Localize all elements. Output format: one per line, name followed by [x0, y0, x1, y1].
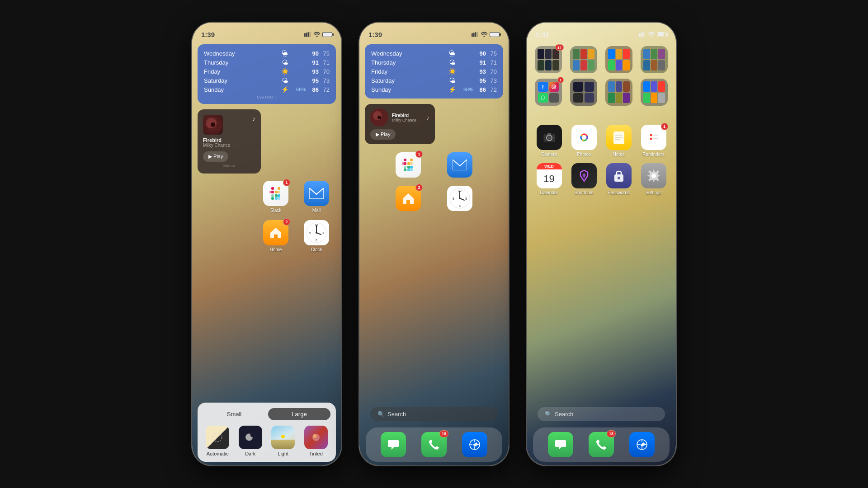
svg-point-6 [206, 117, 217, 128]
theme-dark[interactable]: Dark [236, 426, 265, 456]
music-widget-1[interactable]: ♪ Firebird Milky Chance ▶ Play Music [198, 109, 261, 174]
theme-auto-icon [206, 426, 229, 449]
dark-folder[interactable] [568, 79, 599, 106]
svg-rect-19 [275, 197, 278, 200]
reminders-label: Reminders [642, 152, 664, 157]
folder-2[interactable] [568, 46, 599, 73]
social-folder[interactable]: f 1 [533, 79, 564, 106]
app-shortcuts[interactable]: Shortcuts [570, 163, 598, 195]
theme-automatic[interactable]: Automatic [203, 426, 232, 456]
multi-folder[interactable] [604, 79, 634, 106]
theme-light-label: Light [278, 451, 288, 456]
app-calendar[interactable]: WED 19 Calendar [535, 163, 563, 195]
folder-1[interactable]: 17 [533, 46, 564, 73]
passwords-label: Passwords [608, 190, 630, 195]
music-widget-2[interactable]: Firebird Milky Chance ♪ ▶ Play [365, 104, 435, 144]
svg-rect-47 [410, 162, 413, 165]
dock-phone-2[interactable]: 18 [421, 432, 447, 457]
app-notes[interactable]: Notes [604, 125, 633, 157]
svg-rect-49 [404, 166, 406, 169]
svg-rect-52 [410, 166, 413, 169]
dock-messages-3[interactable] [548, 432, 573, 457]
weather-row: Thursday 🌤 91 71 [204, 58, 330, 67]
svg-rect-38 [476, 32, 478, 37]
app-item-home-2[interactable]: 2 [387, 186, 430, 211]
status-bar-2: 1:39 [359, 23, 509, 42]
svg-point-77 [555, 85, 556, 86]
calendar-label: Calendar [540, 190, 558, 195]
weather-row: Saturday 🌤 95 73 [204, 76, 330, 85]
music-note-2: ♪ [426, 114, 429, 121]
size-small-btn[interactable]: Small [203, 408, 265, 420]
app-item-clock-2[interactable]: 12369 [438, 186, 481, 211]
shortcuts-label: Shortcuts [574, 190, 593, 195]
folder-row-2: f 1 [527, 77, 676, 108]
album-art-1 [203, 115, 223, 135]
home-label: Home [270, 247, 282, 252]
svg-point-41 [373, 111, 382, 120]
svg-rect-70 [639, 33, 640, 37]
app-passwords[interactable]: Passwords [604, 163, 633, 195]
music-info-1: Firebird Milky Chance [203, 137, 255, 148]
theme-dark-label: Dark [245, 451, 255, 456]
play-button-1[interactable]: ▶ Play [203, 151, 228, 162]
status-bar-1: 1:39 [192, 23, 341, 42]
phone-1: 1:39 Wednesday 🌦 90 75 Thursday � [192, 23, 341, 465]
svg-rect-1 [306, 33, 307, 37]
svg-text:12: 12 [315, 224, 318, 227]
svg-text:12: 12 [458, 189, 462, 192]
size-toggle: Small Large [203, 408, 330, 420]
music-title-1: Firebird [203, 137, 255, 143]
app-item-slack[interactable]: 1 Slack [259, 181, 292, 213]
passwords-icon [606, 163, 632, 188]
app-settings[interactable]: Settings [639, 163, 668, 195]
size-large-btn[interactable]: Large [268, 408, 330, 420]
app-item-slack-2[interactable]: 1 [387, 152, 430, 178]
phone-3: 1:41 17 [527, 23, 676, 465]
camera-icon [537, 125, 562, 150]
camera-label: Camera [541, 152, 557, 157]
weather-row: Sunday ⚡ 68% 86 72 [204, 85, 330, 94]
phone-2: 1:39 Wednesday🌦9075 Thursday🌤9171 Friday… [359, 23, 509, 465]
svg-point-79 [548, 136, 551, 139]
svg-rect-43 [404, 159, 406, 161]
folder-4[interactable] [639, 46, 670, 73]
app-item-mail-2[interactable] [438, 152, 481, 178]
badge-slack: 1 [283, 179, 290, 186]
app-camera[interactable]: Camera [535, 125, 563, 157]
settings-icon [641, 163, 666, 188]
clock-icon-2: 12369 [447, 186, 472, 211]
svg-rect-13 [275, 191, 278, 193]
theme-light[interactable]: Light [269, 426, 298, 456]
svg-rect-14 [271, 194, 274, 197]
app-photos[interactable]: Photos [570, 125, 598, 157]
svg-rect-92 [648, 131, 659, 144]
dock-3: 18 [533, 427, 670, 462]
apps-folder-4[interactable] [639, 79, 670, 106]
app-item-home[interactable]: 2 Home [259, 220, 292, 252]
search-bar-3[interactable]: 🔍 Search [538, 407, 665, 421]
app-reminders[interactable]: 1 Reminders [639, 125, 668, 157]
weather-widget-2[interactable]: Wednesday🌦9075 Thursday🌤9171 Friday☀️937… [365, 44, 503, 99]
music-artist-1: Milky Chance [203, 143, 255, 148]
dock-safari-2[interactable] [462, 432, 487, 457]
dock-safari-3[interactable] [629, 432, 655, 457]
search-bar-2[interactable]: 🔍 Search [370, 407, 498, 421]
bottom-panel: Small Large Automatic Dark [198, 403, 336, 462]
app-item-clock[interactable]: 12 3 6 9 Clock [300, 220, 333, 252]
weather-row: Friday ☀️ 93 70 [204, 67, 330, 76]
music-note-icon: ♪ [252, 115, 255, 123]
search-label-3: Search [555, 411, 573, 418]
dock-messages-2[interactable] [381, 432, 406, 457]
music-app-label: Music [203, 164, 255, 168]
folder-3[interactable] [604, 46, 634, 73]
theme-tinted[interactable]: Tinted [302, 426, 331, 456]
svg-rect-17 [278, 194, 280, 197]
app-item-mail[interactable]: Mail [300, 181, 333, 213]
play-button-2[interactable]: ▶ Play [370, 129, 396, 140]
dock-phone-3[interactable]: 18 [589, 432, 614, 457]
calendar-icon: WED 19 [537, 163, 562, 188]
weather-widget-1[interactable]: Wednesday 🌦 90 75 Thursday 🌤 91 71 Frida… [198, 44, 336, 104]
svg-text:3: 3 [322, 231, 324, 235]
badge-slack-2: 1 [415, 150, 423, 158]
